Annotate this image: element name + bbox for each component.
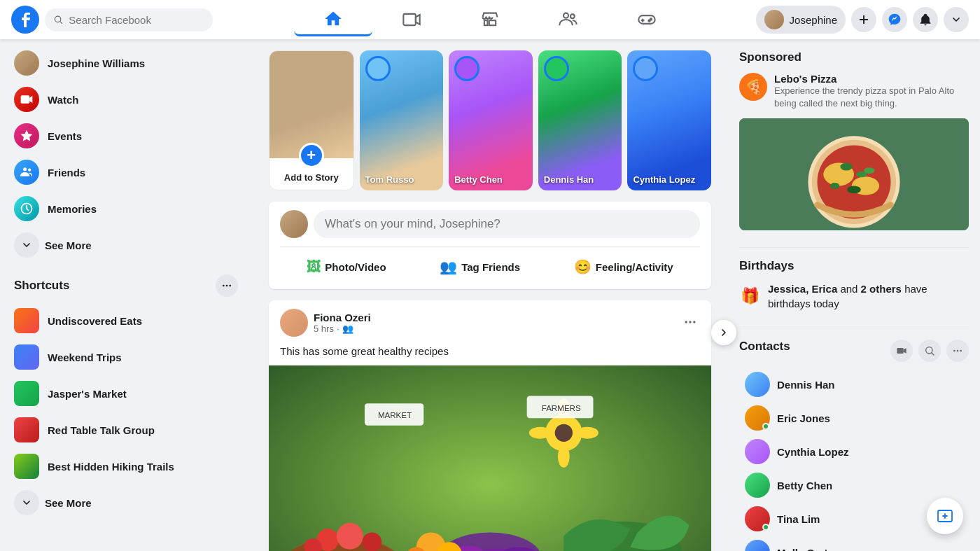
nav-friends-button[interactable] [529,3,608,36]
search-input[interactable] [69,14,204,26]
svg-point-39 [576,427,598,439]
shortcut-red-table-talk[interactable]: Red Table Talk Group [6,412,246,448]
add-to-story-card[interactable]: + Add to Story [269,50,354,190]
sidebar-item-events[interactable]: Events [6,118,246,154]
menu-button[interactable] [944,7,969,32]
composer-top [280,210,700,238]
svg-point-59 [960,350,962,352]
facebook-logo-icon[interactable] [11,6,39,34]
post-text: This has some great healthy recipes [269,345,711,365]
sponsored-image[interactable] [739,118,969,230]
composer-avatar [280,210,308,238]
nav-right: Josephine [686,6,969,34]
nav-watch-button[interactable] [372,3,451,36]
sidebar-item-friends[interactable]: Friends [6,154,246,190]
create-button[interactable] [851,7,876,32]
messenger-button[interactable] [882,7,907,32]
betty-chen-contact-name: Betty Chen [777,480,832,491]
stories-row: + Add to Story Tom Russo Betty Chen Denn… [269,50,711,190]
gift-icon: 🎁 [739,284,761,309]
birthdays-section: Birthdays 🎁 Jessica, Erica and 2 others … [739,259,969,311]
feeling-activity-button[interactable]: 😊 Feeling/Activity [563,253,685,281]
composer-card: 🖼 Photo/Video 👥 Tag Friends 😊 Feeling/Ac… [269,202,711,289]
post-meta: Fiona Ozeri 5 hrs · 👥 [314,312,675,334]
nav-gaming-button[interactable] [608,3,686,36]
tom-russo-name: Tom Russo [365,174,438,185]
contact-cynthia-lopez[interactable]: Cynthia Lopez [739,435,969,468]
nav-home-button[interactable] [294,3,372,36]
post-author-name[interactable]: Fiona Ozeri [314,312,675,323]
new-message-button[interactable] [927,498,963,534]
cynthia-lopez-name: Cynthia Lopez [633,174,706,185]
contact-eric-jones[interactable]: Eric Jones [739,401,969,435]
nav-user-avatar [764,10,784,29]
story-betty-chen[interactable]: Betty Chen [449,50,533,190]
contacts-header: Contacts [739,340,969,362]
pizza-image-svg [739,118,969,230]
notifications-button[interactable] [913,7,938,32]
contacts-video-button[interactable] [890,340,913,362]
contacts-more-button[interactable] [946,340,969,362]
svg-point-23 [337,523,363,550]
svg-point-53 [830,183,839,189]
tina-lim-contact-avatar [745,506,770,531]
svg-point-54 [864,168,874,174]
birthdays-title: Birthdays [739,259,969,273]
shortcut-hiking-trails[interactable]: Best Hidden Hiking Trails [6,448,246,484]
eric-jones-contact-name: Eric Jones [777,412,830,424]
chevron-down-icon [951,14,962,25]
shortcuts-more-button[interactable] [216,274,238,297]
photo-video-button[interactable]: 🖼 Photo/Video [295,253,397,281]
shortcut-label-1: Undiscovered Eats [48,315,142,327]
shortcut-label-2: Weekend Trips [48,351,122,363]
nav-marketplace-button[interactable] [451,3,529,36]
svg-rect-20 [269,365,711,551]
story-tom-russo[interactable]: Tom Russo [360,50,444,190]
see-more-shortcuts-label: See More [45,497,92,509]
contact-betty-chen[interactable]: Betty Chen [739,468,969,502]
shortcut-weekend-trips[interactable]: Weekend Trips [6,339,246,375]
post-author-avatar[interactable] [280,309,308,337]
user-profile-button[interactable]: Josephine [756,6,846,34]
see-more-shortcuts-button[interactable]: See More [6,484,246,521]
contact-dennis-han[interactable]: Dennis Han [739,368,969,401]
shortcut-undiscovered-eats[interactable]: Undiscovered Eats [6,302,246,339]
sidebar-item-memories[interactable]: Memories [6,190,246,227]
search-bar[interactable] [45,8,213,32]
tag-friends-button[interactable]: 👥 Tag Friends [428,253,531,281]
post-more-button[interactable] [680,312,700,334]
nav-user-name: Josephine [790,14,837,26]
shortcut-label-3: Jasper's Market [48,388,127,400]
svg-rect-3 [484,20,488,25]
sidebar-user-profile[interactable]: Josephine Williams [6,45,246,81]
shortcut-label-4: Red Table Talk Group [48,424,155,436]
watch-icon [14,87,39,112]
svg-text:FARMERS: FARMERS [542,404,581,412]
plus-icon [858,13,870,26]
story-dennis-han[interactable]: Dennis Han [538,50,622,190]
molly-carter-contact-avatar [745,540,770,551]
jaspers-market-thumb [14,381,39,406]
dennis-han-contact-name: Dennis Han [777,379,835,391]
sidebar-item-watch[interactable]: Watch [6,81,246,118]
sponsored-name[interactable]: Lebo's Pizza [774,73,969,85]
add-story-plus-button[interactable]: + [299,143,324,168]
svg-point-24 [363,532,382,551]
svg-point-35 [555,424,573,442]
see-more-icon [14,232,39,258]
controller-icon [637,10,657,29]
contact-molly-carter[interactable]: Molly Carter [739,536,969,551]
sponsored-section: Sponsored 🍕 Lebo's Pizza Experience the … [739,50,969,230]
story-cynthia-lopez[interactable]: Cynthia Lopez [627,50,711,190]
shortcut-jaspers-market[interactable]: Jasper's Market [6,375,246,412]
see-more-button[interactable]: See More [6,227,246,263]
weekend-trips-thumb [14,344,39,370]
nav-center [294,3,686,36]
sidebar-user-name: Josephine Williams [48,57,145,69]
contacts-search-button[interactable] [918,340,941,362]
page-layout: Josephine Williams Watch Events [0,39,980,551]
betty-chen-avatar [454,56,479,81]
svg-point-11 [23,167,27,171]
composer-input[interactable] [314,210,700,238]
svg-point-58 [957,350,959,352]
